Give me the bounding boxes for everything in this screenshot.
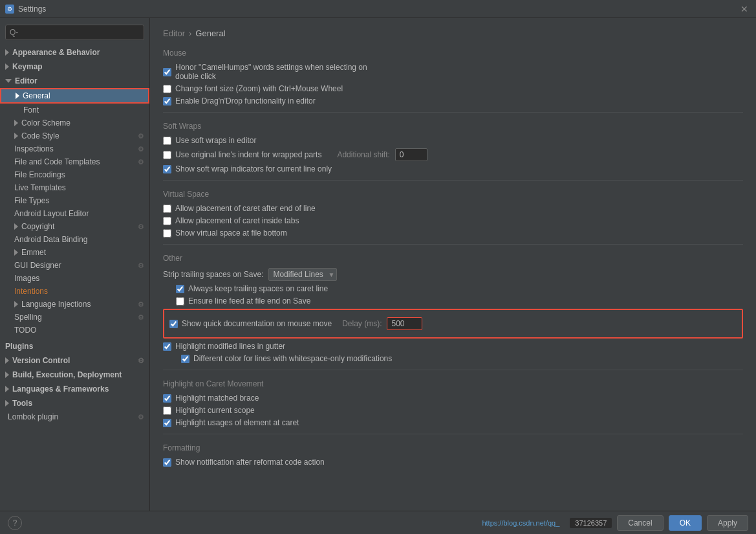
sidebar-label: GUI Designer (14, 261, 61, 270)
settings-gear-icon: ⚙ (138, 413, 144, 421)
option-label: Allow placement of caret after end of li… (175, 204, 316, 213)
sidebar-item-editor[interactable]: Editor (0, 74, 149, 88)
option-highlight-brace: Highlight matched brace (163, 394, 743, 403)
sidebar-item-inspections[interactable]: Inspections ⚙ (0, 142, 149, 155)
checkbox-drag-drop[interactable] (163, 97, 171, 106)
sidebar-label: Spelling (14, 313, 42, 322)
expand-icon (5, 79, 12, 83)
checkbox-highlight-modified[interactable] (163, 342, 171, 351)
divider (163, 370, 743, 370)
option-label: Always keep trailing spaces on caret lin… (188, 284, 328, 293)
checkbox-use-original-indent[interactable] (163, 151, 171, 159)
soft-wraps-section-title: Soft Wraps (163, 122, 743, 131)
delay-input[interactable] (387, 317, 422, 330)
sidebar-label: Color Scheme (21, 118, 70, 128)
sidebar-label: Version Control (12, 356, 70, 365)
option-label: Highlight modified lines in gutter (175, 342, 285, 351)
expand-icon (14, 249, 18, 256)
checkbox-ensure-line-feed[interactable] (176, 297, 184, 306)
option-use-original-indent: Use original line's indent for wrapped p… (163, 148, 743, 161)
sidebar-item-font[interactable]: Font (0, 104, 149, 117)
option-ensure-line-feed: Ensure line feed at file end on Save (176, 296, 743, 306)
option-allow-caret-end: Allow placement of caret after end of li… (163, 204, 743, 213)
checkbox-different-color[interactable] (181, 355, 189, 363)
ok-button[interactable]: OK (669, 515, 702, 531)
strip-trailing-dropdown[interactable]: None Modified Lines All (268, 268, 337, 281)
cancel-button[interactable]: Cancel (617, 515, 663, 531)
checkbox-show-virtual-space[interactable] (163, 229, 171, 238)
option-show-notification-reformat: Show notification after reformat code ac… (163, 458, 743, 467)
checkbox-show-soft-wrap-indicators[interactable] (163, 165, 171, 173)
sidebar-item-version-control[interactable]: Version Control ⚙ (0, 353, 149, 368)
sidebar-item-keymap[interactable]: Keymap (0, 60, 149, 74)
checkbox-use-soft-wraps[interactable] (163, 137, 171, 145)
sidebar-label: Keymap (12, 62, 43, 71)
expand-icon (14, 301, 18, 307)
sidebar-item-general[interactable]: General (0, 88, 149, 104)
delay-label: Delay (ms): (342, 319, 382, 328)
checkbox-show-quick-doc[interactable] (169, 320, 178, 328)
sidebar-label: Android Layout Editor (14, 209, 89, 218)
checkbox-change-font[interactable] (163, 85, 171, 93)
checkbox-keep-trailing-spaces[interactable] (176, 285, 184, 293)
sidebar-item-color-scheme[interactable]: Color Scheme (0, 117, 149, 129)
option-label: Highlight usages of element at caret (175, 418, 299, 427)
expand-icon (5, 63, 9, 70)
sidebar-label: Appearance & Behavior (12, 48, 100, 57)
sidebar-item-tools[interactable]: Tools (0, 396, 149, 410)
apply-button[interactable]: Apply (707, 515, 748, 531)
expand-icon (5, 49, 9, 56)
sidebar-item-language-injections[interactable]: Language Injections ⚙ (0, 298, 149, 311)
checkbox-show-notification-reformat[interactable] (163, 458, 171, 467)
title-bar: ⚙ Settings ✕ (0, 0, 756, 18)
settings-gear-icon: ⚙ (138, 145, 144, 153)
checkbox-highlight-usages[interactable] (163, 419, 171, 427)
sidebar-item-languages-frameworks[interactable]: Languages & Frameworks (0, 382, 149, 396)
sidebar-item-code-style[interactable]: Code Style ⚙ (0, 129, 149, 142)
additional-shift-input[interactable] (395, 148, 427, 161)
option-label: Show notification after reformat code ac… (175, 458, 325, 467)
help-button[interactable]: ? (8, 516, 22, 530)
sidebar-item-images[interactable]: Images (0, 272, 149, 285)
checkbox-highlight-scope[interactable] (163, 406, 171, 415)
divider (163, 112, 743, 113)
checkbox-camel-humps[interactable] (163, 68, 171, 76)
sidebar-item-copyright[interactable]: Copyright ⚙ (0, 220, 149, 233)
sidebar-label: Tools (12, 399, 32, 408)
search-input[interactable]: Q- (10, 28, 18, 37)
option-show-quick-doc: Show quick documentation on mouse move D… (169, 317, 737, 330)
expand-icon (14, 223, 18, 230)
sidebar-item-file-types[interactable]: File Types (0, 194, 149, 207)
sidebar-label: TODO (14, 326, 36, 335)
option-label: Change font size (Zoom) with Ctrl+Mouse … (175, 84, 343, 93)
sidebar-item-build-exec[interactable]: Build, Execution, Deployment (0, 368, 149, 382)
strip-trailing-row: Strip trailing spaces on Save: None Modi… (163, 268, 743, 281)
checkbox-allow-caret-tabs[interactable] (163, 217, 171, 225)
option-label: Allow placement of caret inside tabs (175, 216, 299, 225)
sidebar-item-android-data-binding[interactable]: Android Data Binding (0, 233, 149, 246)
option-label: Different color for lines with whitespac… (193, 354, 392, 363)
sidebar-label: Emmet (21, 248, 46, 257)
settings-gear-icon: ⚙ (138, 300, 144, 309)
sidebar-item-file-encodings[interactable]: File Encodings (0, 168, 149, 181)
sidebar-item-gui-designer[interactable]: GUI Designer ⚙ (0, 259, 149, 272)
divider (163, 434, 743, 434)
option-show-virtual-space: Show virtual space at file bottom (163, 228, 743, 238)
sidebar-item-live-templates[interactable]: Live Templates (0, 181, 149, 194)
sidebar-item-lombok[interactable]: Lombok plugin ⚙ (0, 410, 149, 423)
close-button[interactable]: ✕ (738, 4, 751, 14)
sidebar-item-spelling[interactable]: Spelling ⚙ (0, 311, 149, 324)
sidebar-item-android-layout-editor[interactable]: Android Layout Editor (0, 207, 149, 220)
divider (163, 180, 743, 181)
sidebar-item-emmet[interactable]: Emmet (0, 246, 149, 259)
checkbox-allow-caret-end[interactable] (163, 205, 171, 213)
additional-shift-label: Additional shift: (337, 150, 389, 159)
option-highlight-usages: Highlight usages of element at caret (163, 418, 743, 427)
search-box[interactable]: Q- (5, 25, 144, 40)
sidebar-item-appearance[interactable]: Appearance & Behavior (0, 45, 149, 60)
sidebar-item-file-code-templates[interactable]: File and Code Templates ⚙ (0, 155, 149, 168)
sidebar-item-intentions[interactable]: Intentions (0, 285, 149, 298)
checkbox-highlight-brace[interactable] (163, 394, 171, 403)
sidebar-label: Build, Execution, Deployment (12, 370, 122, 379)
sidebar-item-todo[interactable]: TODO (0, 324, 149, 337)
